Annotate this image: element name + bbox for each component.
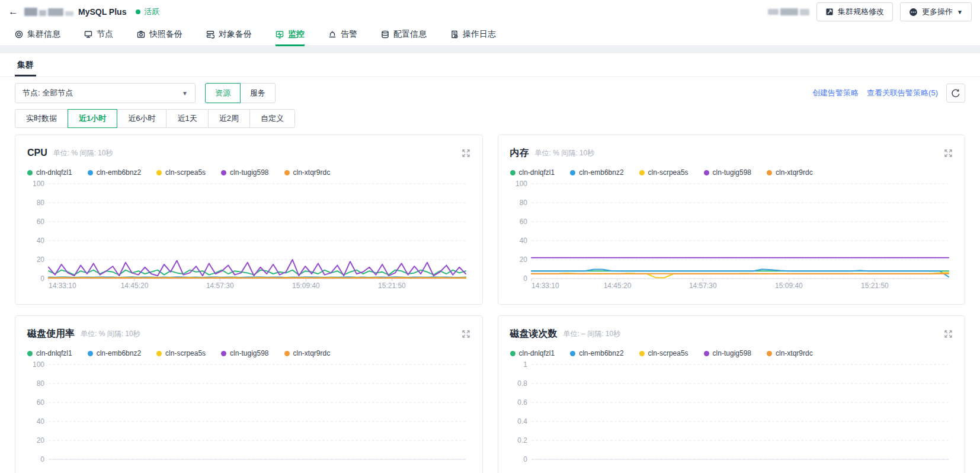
svg-text:0.2: 0.2	[517, 436, 527, 445]
tab-label: 对象备份	[219, 29, 252, 40]
tab-object-backup[interactable]: 对象备份	[206, 24, 252, 45]
chart-canvas[interactable]: 020406080100	[27, 361, 470, 472]
legend-item-cln-emb6bnz2[interactable]: cln-emb6bnz2	[88, 168, 141, 177]
redacted-cluster-name	[24, 8, 73, 16]
node-select-value: 节点: 全部节点	[23, 88, 73, 98]
tab-alarm[interactable]: 告警	[328, 24, 357, 45]
legend-label: cln-scrpea5s	[648, 349, 688, 357]
node-select[interactable]: 节点: 全部节点 ▼	[15, 83, 196, 103]
svg-text:100: 100	[33, 361, 44, 369]
chart-meta: 单位: % 间隔: 10秒	[53, 148, 113, 158]
monitoring-icon	[276, 30, 284, 39]
chart-card-memory: 内存 单位: % 间隔: 10秒 cln-dnlqfzl1cln-emb6bnz…	[498, 135, 966, 305]
legend-item-cln-dnlqfzl1[interactable]: cln-dnlqfzl1	[510, 168, 555, 177]
config-info-icon	[381, 30, 389, 39]
legend-label: cln-tugig598	[230, 349, 268, 357]
time-range-6h[interactable]: 近6小时	[117, 109, 166, 128]
chart-canvas[interactable]: 00.20.40.60.81	[510, 361, 953, 472]
legend-label: cln-tugig598	[713, 349, 751, 357]
redacted-text	[768, 8, 809, 15]
expand-icon[interactable]	[462, 330, 470, 338]
top-bar: ← MySQL Plus 活跃 集群规格修改	[0, 0, 980, 24]
tab-config-info[interactable]: 配置信息	[381, 24, 427, 45]
tab-label: 快照备份	[149, 29, 182, 40]
expand-icon[interactable]	[462, 149, 470, 158]
legend-label: cln-scrpea5s	[165, 349, 206, 357]
tab-label: 配置信息	[393, 29, 427, 40]
legend-label: cln-xtqr9rdc	[776, 349, 813, 357]
expand-icon[interactable]	[944, 149, 953, 158]
time-range-custom[interactable]: 自定义	[249, 109, 295, 128]
resource-toggle-button[interactable]: 资源	[205, 83, 241, 103]
legend-item-cln-tugig598[interactable]: cln-tugig598	[704, 349, 751, 357]
legend-item-cln-dnlqfzl1[interactable]: cln-dnlqfzl1	[510, 349, 555, 357]
subtab-cluster[interactable]: 集群	[15, 53, 36, 76]
more-actions-button[interactable]: 更多操作 ▼	[900, 2, 972, 21]
chart-card-disk-reads: 磁盘读次数 单位: – 间隔: 10秒 cln-dnlqfzl1cln-emb6…	[498, 315, 966, 473]
charts-grid: CPU 单位: % 间隔: 10秒 cln-dnlqfzl1cln-emb6bn…	[15, 135, 965, 473]
legend-item-cln-xtqr9rdc[interactable]: cln-xtqr9rdc	[767, 168, 813, 177]
tab-operation-log[interactable]: 操作日志	[450, 24, 496, 45]
legend-item-cln-scrpea5s[interactable]: cln-scrpea5s	[156, 349, 206, 357]
svg-text:60: 60	[37, 218, 45, 226]
legend-label: cln-scrpea5s	[648, 168, 688, 177]
svg-text:14:45:20: 14:45:20	[121, 282, 149, 290]
expand-icon[interactable]	[944, 330, 953, 338]
legend-dot-icon	[510, 170, 515, 175]
tab-snapshot-backup[interactable]: 快照备份	[137, 24, 182, 45]
svg-text:14:33:10: 14:33:10	[531, 282, 559, 290]
cluster-type-label: MySQL Plus	[78, 7, 126, 17]
legend-dot-icon	[221, 170, 226, 175]
legend-dot-icon	[704, 351, 709, 356]
time-range-realtime[interactable]: 实时数据	[15, 109, 68, 128]
svg-text:14:33:10: 14:33:10	[49, 282, 76, 290]
legend-item-cln-tugig598[interactable]: cln-tugig598	[704, 168, 751, 177]
refresh-button[interactable]	[946, 84, 965, 103]
modify-spec-button[interactable]: 集群规格修改	[816, 2, 893, 21]
legend-item-cln-xtqr9rdc[interactable]: cln-xtqr9rdc	[767, 349, 813, 357]
legend-item-cln-tugig598[interactable]: cln-tugig598	[221, 168, 268, 177]
svg-text:20: 20	[37, 436, 45, 445]
tab-monitoring[interactable]: 监控	[276, 24, 305, 45]
legend-label: cln-dnlqfzl1	[36, 349, 72, 357]
legend-item-cln-scrpea5s[interactable]: cln-scrpea5s	[639, 168, 688, 177]
legend-item-cln-dnlqfzl1[interactable]: cln-dnlqfzl1	[27, 168, 72, 177]
svg-text:20: 20	[37, 255, 45, 264]
svg-text:15:21:50: 15:21:50	[861, 282, 889, 290]
legend-dot-icon	[27, 170, 33, 175]
chart-canvas[interactable]: 02040608010014:33:1014:45:2014:57:3015:0…	[27, 180, 470, 292]
operation-log-icon	[450, 30, 459, 39]
legend-label: cln-emb6bnz2	[97, 349, 141, 357]
chart-canvas[interactable]: 02040608010014:33:1014:45:2014:57:3015:0…	[510, 180, 953, 292]
back-icon[interactable]: ←	[8, 6, 18, 18]
legend-item-cln-emb6bnz2[interactable]: cln-emb6bnz2	[88, 349, 141, 357]
content-panel: 集群 节点: 全部节点 ▼ 资源 服务 创建告警策略 查看关联告警策略(5)	[0, 53, 980, 473]
legend-dot-icon	[27, 351, 33, 356]
legend-item-cln-emb6bnz2[interactable]: cln-emb6bnz2	[570, 349, 623, 357]
tab-label: 节点	[97, 29, 113, 40]
legend-item-cln-scrpea5s[interactable]: cln-scrpea5s	[639, 349, 688, 357]
time-range-2w[interactable]: 近2周	[208, 109, 250, 128]
legend-item-cln-xtqr9rdc[interactable]: cln-xtqr9rdc	[284, 349, 331, 357]
legend-dot-icon	[767, 351, 772, 356]
tab-cluster-info[interactable]: 集群信息	[15, 24, 60, 45]
service-toggle-button[interactable]: 服务	[240, 83, 276, 103]
legend-item-cln-xtqr9rdc[interactable]: cln-xtqr9rdc	[284, 168, 331, 177]
legend-label: cln-emb6bnz2	[579, 349, 623, 357]
legend-item-cln-dnlqfzl1[interactable]: cln-dnlqfzl1	[27, 349, 72, 357]
chart-title: 磁盘读次数	[510, 328, 558, 340]
create-alarm-policy-link[interactable]: 创建告警策略	[812, 88, 859, 98]
svg-text:14:57:30: 14:57:30	[688, 282, 716, 290]
legend-item-cln-emb6bnz2[interactable]: cln-emb6bnz2	[570, 168, 623, 177]
svg-text:0.6: 0.6	[517, 398, 527, 407]
legend-item-cln-scrpea5s[interactable]: cln-scrpea5s	[156, 168, 206, 177]
view-alarm-policies-link[interactable]: 查看关联告警策略(5)	[867, 88, 938, 98]
legend-dot-icon	[156, 170, 162, 175]
chart-legend: cln-dnlqfzl1cln-emb6bnz2cln-scrpea5scln-…	[510, 166, 953, 179]
time-range-1d[interactable]: 近1天	[166, 109, 208, 128]
svg-text:60: 60	[519, 218, 527, 226]
legend-item-cln-tugig598[interactable]: cln-tugig598	[221, 349, 268, 357]
time-range-1h[interactable]: 近1小时	[68, 109, 117, 128]
svg-text:0: 0	[523, 274, 527, 283]
tab-nodes[interactable]: 节点	[84, 24, 113, 45]
